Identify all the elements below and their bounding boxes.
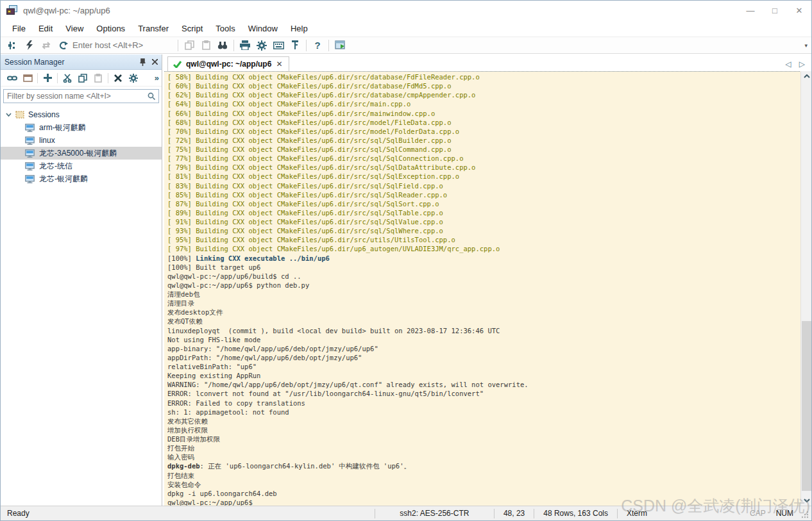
delete-icon[interactable]	[110, 71, 126, 85]
status-terminal-size: 48 Rows, 163 Cols	[534, 506, 617, 520]
monitor-icon	[25, 124, 35, 132]
paste-icon[interactable]	[198, 38, 214, 53]
sessions-root-label: Sessions	[28, 110, 60, 119]
disconnect-icon[interactable]	[55, 38, 71, 53]
menu-item-file[interactable]: File	[6, 21, 32, 36]
new-session-plus-icon[interactable]	[40, 71, 55, 85]
toolbar-overflow-dropdown-icon[interactable]: ▾	[804, 42, 808, 49]
scroll-up-icon[interactable]	[801, 71, 812, 81]
menu-item-options[interactable]: Options	[90, 21, 131, 36]
folder-icon	[15, 111, 24, 119]
terminal-line: [ 62%] Building CXX object CMakeFiles/up…	[167, 90, 800, 99]
scrollbar-thumb[interactable]	[802, 321, 811, 491]
terminal-line: relativeBinPath: "up6"	[167, 362, 800, 371]
more-tools-icon[interactable]: »	[155, 73, 159, 83]
status-terminal-type[interactable]: Xterm	[618, 506, 668, 520]
terminal-line: appDirPath: "/home/qwl/app/up6/deb/opt/j…	[167, 353, 800, 362]
toolbar-separator	[178, 40, 178, 51]
session-item[interactable]: 龙芯-统信	[1, 160, 162, 172]
terminal-line: 发布desktop文件	[167, 308, 800, 317]
close-panel-icon[interactable]	[152, 59, 158, 65]
terminal-line: dpkg -i up6.loongarch64.deb	[167, 489, 800, 498]
terminal-line: [ 70%] Building CXX object CMakeFiles/up…	[167, 127, 800, 136]
sessions-root-node[interactable]: Sessions	[1, 108, 162, 121]
toolbar-separator	[57, 73, 58, 83]
terminal-scrollbar[interactable]	[800, 71, 811, 506]
tab-scroll-left-icon[interactable]: ◁	[786, 60, 791, 69]
open-session-dialog-icon[interactable]	[4, 38, 21, 53]
search-icon[interactable]	[144, 92, 158, 100]
terminal-line: [ 72%] Building CXX object CMakeFiles/up…	[167, 136, 800, 145]
resize-grip[interactable]	[800, 509, 810, 520]
monitor-icon	[25, 149, 35, 158]
maximize-button[interactable]: □	[763, 1, 787, 20]
menu-item-help[interactable]: Help	[284, 21, 314, 36]
tab-close-icon[interactable]: ✕	[276, 60, 282, 69]
session-label: arm-银河麒麟	[39, 122, 86, 133]
terminal-line: qwl@qwl-pc:~/app/up6/build$ cd ..	[167, 272, 800, 281]
print-icon[interactable]	[237, 38, 253, 53]
window-title: qwl@qwl-pc: ~/app/up6	[23, 6, 110, 15]
menu-bar: FileEditViewOptionsTransferScriptToolsWi…	[1, 20, 811, 37]
scroll-down-icon[interactable]	[801, 495, 812, 506]
terminal[interactable]: [ 58%] Building CXX object CMakeFiles/up…	[164, 71, 811, 506]
copy-icon[interactable]	[75, 71, 90, 85]
virtual-keyboard-icon[interactable]	[270, 38, 287, 53]
menu-item-window[interactable]: Window	[242, 21, 284, 36]
pin-panel-icon[interactable]	[140, 58, 146, 66]
key-icon[interactable]	[287, 38, 303, 53]
status-cursor-position: 48, 23	[495, 506, 534, 520]
session-manager-panel: Session Manager	[1, 54, 162, 506]
close-button[interactable]: ✕	[787, 1, 811, 20]
session-label: linux	[39, 136, 55, 145]
session-item[interactable]: arm-银河麒麟	[1, 121, 162, 134]
app-logo-icon	[6, 5, 18, 15]
terminal-output: [ 58%] Building CXX object CMakeFiles/up…	[167, 72, 800, 506]
menu-item-script[interactable]: Script	[175, 21, 209, 36]
terminal-line: 清理目录	[167, 299, 800, 308]
new-window-icon[interactable]	[20, 71, 35, 85]
session-item[interactable]: 龙芯-3A5000-银河麒麟	[1, 147, 162, 160]
reconnect-icon[interactable]	[38, 38, 55, 53]
terminal-line: DEB目录增加权限	[167, 434, 800, 443]
copy-icon[interactable]	[181, 38, 198, 53]
terminal-line: [ 64%] Building CXX object CMakeFiles/up…	[167, 99, 800, 108]
toolbar-separator	[37, 73, 38, 83]
terminal-line: [ 91%] Building CXX object CMakeFiles/up…	[167, 217, 800, 226]
status-bar: Ready ssh2: AES-256-CTR 48, 23 48 Rows, …	[1, 506, 811, 520]
main-area: Session Manager	[1, 54, 811, 506]
menu-item-view[interactable]: View	[59, 21, 90, 36]
panel-title: Session Manager	[4, 58, 64, 67]
status-encryption: ssh2: AES-256-CTR	[375, 506, 494, 520]
session-item[interactable]: 龙芯-银河麒麟	[1, 172, 162, 185]
terminal-line: 输入密码	[167, 452, 800, 461]
quick-connect-lightning-icon[interactable]	[21, 38, 38, 53]
terminal-line: [100%] Linking CXX executable ../bin/up6	[167, 254, 800, 263]
terminal-line: [ 68%] Building CXX object CMakeFiles/up…	[167, 118, 800, 127]
connect-icon[interactable]	[4, 71, 20, 85]
toolbar-separator	[306, 40, 307, 51]
terminal-line: Not using FHS-like mode	[167, 335, 800, 344]
terminal-line: [100%] Built target up6	[167, 263, 800, 272]
xagent-icon[interactable]	[332, 38, 348, 53]
settings-gear-icon[interactable]	[253, 38, 270, 53]
cut-icon[interactable]	[60, 71, 75, 85]
menu-item-tools[interactable]: Tools	[209, 21, 241, 36]
tab-scroll-right-icon[interactable]: ▷	[799, 60, 805, 69]
help-icon[interactable]: ?	[309, 38, 326, 53]
paste-icon[interactable]	[90, 71, 106, 85]
menu-item-edit[interactable]: Edit	[32, 21, 59, 36]
minimize-button[interactable]: —	[738, 1, 763, 20]
session-item[interactable]: linux	[1, 134, 162, 147]
terminal-line: linuxdeployqt (commit ), build <local de…	[167, 326, 800, 335]
tab-session[interactable]: qwl@qwl-pc: ~/app/up6 ✕	[167, 56, 289, 71]
chevron-down-icon[interactable]	[6, 113, 12, 117]
find-icon[interactable]	[214, 38, 231, 53]
properties-gear-icon[interactable]	[126, 71, 141, 85]
terminal-line: 增加执行权限	[167, 426, 800, 434]
terminal-line: 发布QT依赖	[167, 317, 800, 326]
host-address-input[interactable]	[72, 40, 175, 50]
menu-item-transfer[interactable]: Transfer	[131, 21, 175, 36]
terminal-line: qwl@qwl-pc:~/app/up6$	[167, 498, 800, 506]
session-filter-input[interactable]	[4, 92, 144, 101]
